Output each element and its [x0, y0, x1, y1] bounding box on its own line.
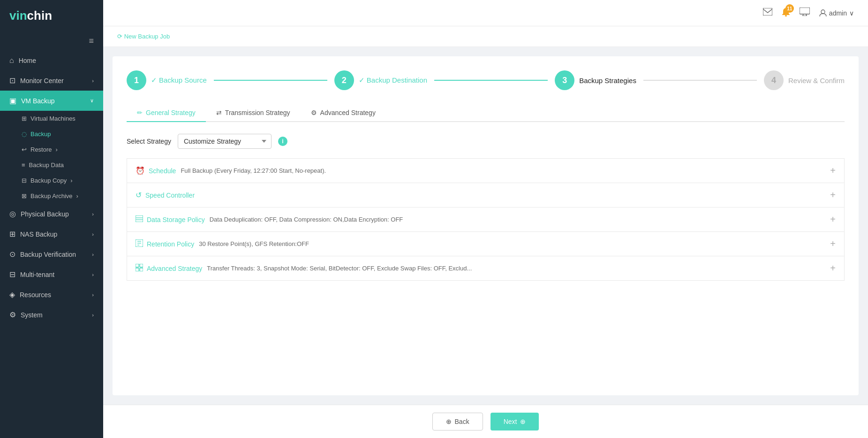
back-circle-icon: ⊕: [446, 418, 452, 425]
tab-transmission-label: Transmission Strategy: [225, 109, 290, 116]
sidebar-item-resources[interactable]: ◈ Resources ›: [0, 284, 103, 305]
svg-rect-16: [136, 268, 139, 271]
back-button[interactable]: ⊕ Back: [432, 413, 483, 430]
advanced-icon: [136, 264, 143, 273]
sidebar-sub-backup-archive[interactable]: ⊠ Backup Archive ›: [0, 188, 103, 204]
sidebar-item-vm-backup-label: VM Backup: [21, 97, 55, 105]
user-menu[interactable]: admin ∨: [819, 9, 854, 17]
sidebar-sub-restore[interactable]: ↩ Restore ›: [0, 142, 103, 157]
next-label: Next: [504, 418, 517, 425]
user-chevron-icon: ∨: [849, 9, 854, 17]
storage-plus-icon[interactable]: +: [825, 214, 836, 225]
step-label-2: ✓Backup Destination: [359, 76, 427, 85]
schedule-plus-icon[interactable]: +: [825, 165, 836, 176]
sidebar: vinchin ≡ ⌂ Home ⊡ Monitor Center › ▣ VM…: [0, 0, 103, 438]
storage-desc: Data Deduplication: OFF, Data Compressio…: [210, 216, 826, 223]
sidebar-item-multi-tenant[interactable]: ⊟ Multi-tenant ›: [0, 264, 103, 284]
sidebar-item-monitor-label: Monitor Center: [20, 77, 64, 85]
tab-advanced-label: Advanced Strategy: [320, 109, 376, 116]
tab-general-strategy[interactable]: ✏ General Strategy: [127, 104, 206, 122]
chevron-right-icon: ›: [92, 211, 94, 217]
sidebar-item-monitor[interactable]: ⊡ Monitor Center ›: [0, 70, 103, 91]
tab-transmission-strategy[interactable]: ⇄ Transmission Strategy: [206, 104, 301, 122]
chevron-right-icon: ›: [92, 231, 94, 237]
sidebar-item-vm-backup[interactable]: ▣ VM Backup ∨: [0, 91, 103, 111]
strategy-select[interactable]: Customize Strategy Default Strategy: [178, 134, 272, 149]
step-separator-3: [643, 80, 757, 81]
strategy-row-data-storage[interactable]: Data Storage Policy Data Deduplication: …: [127, 207, 845, 232]
backup-data-icon: ≡: [22, 161, 25, 169]
sidebar-sub-backup-copy[interactable]: ⊟ Backup Copy ›: [0, 173, 103, 188]
chevron-right-icon: ›: [92, 252, 94, 257]
sidebar-item-physical-backup[interactable]: ◎ Physical Backup ›: [0, 204, 103, 224]
sidebar-sub-backup[interactable]: ◌ Backup: [0, 126, 103, 142]
home-icon: ⌂: [9, 56, 14, 65]
strategy-row-advanced[interactable]: Advanced Strategy Transfer Threads: 3, S…: [127, 256, 845, 281]
step-label-1: ✓Backup Source: [151, 76, 207, 85]
topbar: 11 admin ∨: [103, 0, 868, 26]
sidebar-item-nas-backup[interactable]: ⊞ NAS Backup ›: [0, 224, 103, 244]
retention-desc: 30 Restore Point(s), GFS Retention:OFF: [199, 240, 825, 247]
svg-rect-0: [763, 8, 772, 15]
advanced-plus-icon[interactable]: +: [825, 263, 836, 274]
storage-icon: [136, 215, 143, 224]
sidebar-item-multi-tenant-label: Multi-tenant: [20, 271, 54, 278]
transmission-icon: ⇄: [216, 109, 222, 116]
chevron-right-icon: ›: [70, 177, 72, 184]
monitor-screen-icon[interactable]: [800, 8, 810, 18]
back-label: Back: [455, 418, 469, 425]
sidebar-item-home[interactable]: ⌂ Home: [0, 51, 103, 70]
step-label-3: Backup Strategies: [579, 77, 636, 85]
restore-icon: ↩: [22, 146, 27, 153]
wizard-step-2: 2 ✓Backup Destination: [334, 70, 427, 90]
svg-rect-14: [136, 264, 139, 267]
backup-copy-icon: ⊟: [22, 177, 27, 184]
resources-icon: ◈: [9, 290, 15, 299]
bottom-bar: ⊕ Back Next ⊕: [103, 405, 868, 438]
tab-advanced-strategy[interactable]: ⚙ Advanced Strategy: [301, 104, 386, 122]
step-circle-2: 2: [334, 70, 354, 90]
strategy-row-speed-controller[interactable]: ↺ Speed Controller +: [127, 183, 845, 207]
speed-plus-icon[interactable]: +: [825, 190, 836, 200]
sidebar-sub-backup-label: Backup: [30, 131, 51, 138]
chevron-right-icon: ›: [92, 272, 94, 277]
virtual-machines-icon: ⊞: [22, 115, 27, 122]
select-strategy-row: Select Strategy Customize Strategy Defau…: [127, 134, 845, 149]
sidebar-sub-backup-data[interactable]: ≡ Backup Data: [0, 157, 103, 173]
schedule-desc: Full Backup (Every Friday, 12:27:00 Star…: [181, 167, 825, 174]
sidebar-toggle[interactable]: ≡: [0, 31, 103, 51]
next-button[interactable]: Next ⊕: [491, 413, 539, 430]
sidebar-item-system[interactable]: ⚙ System ›: [0, 305, 103, 325]
sidebar-sub-virtual-machines[interactable]: ⊞ Virtual Machines: [0, 111, 103, 126]
chevron-right-icon: ›: [92, 312, 94, 318]
breadcrumb-text: New Backup Job: [124, 33, 170, 40]
gear-icon: ⚙: [311, 109, 317, 116]
strategy-row-schedule[interactable]: ⏰ Schedule Full Backup (Every Friday, 12…: [127, 158, 845, 183]
schedule-title: Schedule: [149, 167, 176, 175]
sidebar-sub-backup-copy-label: Backup Copy: [30, 177, 67, 184]
logo-vin: vin: [9, 8, 27, 23]
step-circle-1: 1: [127, 70, 146, 90]
messages-icon[interactable]: [763, 8, 772, 18]
logo-chin: chin: [27, 8, 52, 23]
app-logo: vinchin: [0, 0, 103, 31]
content-area: ⟳ New Backup Job 1 ✓Backup Source 2 ✓Bac…: [103, 26, 868, 438]
notification-badge: 11: [785, 4, 794, 13]
strategy-row-retention[interactable]: Retention Policy 30 Restore Point(s), GF…: [127, 231, 845, 256]
sidebar-sub-restore-label: Restore: [30, 146, 52, 153]
strategy-rows: ⏰ Schedule Full Backup (Every Friday, 12…: [127, 158, 845, 280]
retention-plus-icon[interactable]: +: [825, 238, 836, 249]
step-circle-4: 4: [764, 70, 784, 90]
sidebar-sub-label: Virtual Machines: [30, 115, 75, 122]
retention-title: Retention Policy: [147, 240, 194, 248]
edit-icon: ✏: [137, 109, 143, 116]
info-icon[interactable]: i: [278, 137, 287, 146]
sidebar-item-resources-label: Resources: [20, 291, 51, 299]
wizard-body: 1 ✓Backup Source 2 ✓Backup Destination 3…: [113, 56, 859, 395]
notifications-icon[interactable]: 11: [782, 7, 790, 19]
sidebar-item-backup-verification[interactable]: ⊙ Backup Verification ›: [0, 244, 103, 264]
vm-backup-icon: ▣: [9, 96, 16, 105]
physical-backup-icon: ◎: [9, 209, 16, 218]
main-content: 11 admin ∨ ⟳ New Backup Job 1 ✓Backup So…: [103, 0, 868, 438]
step-circle-3: 3: [555, 70, 574, 90]
